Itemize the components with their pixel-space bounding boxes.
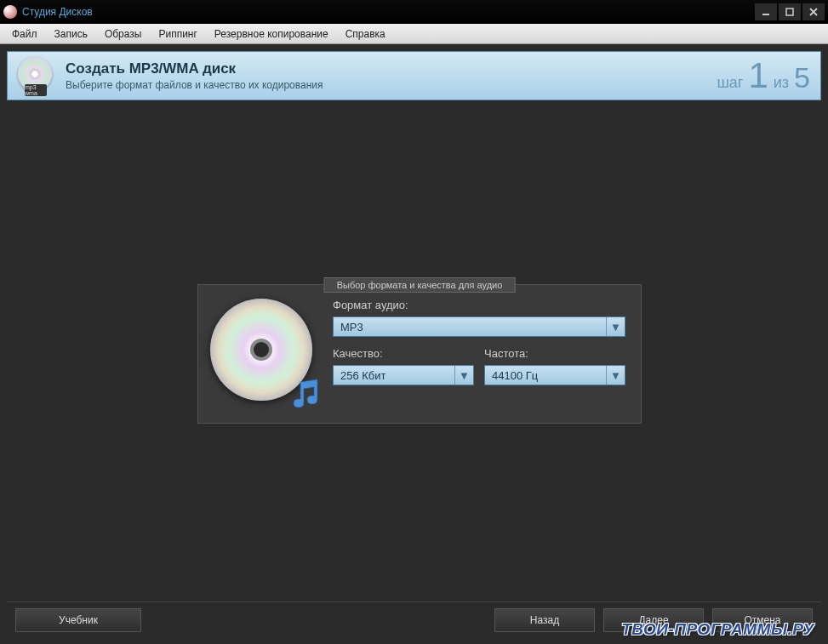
svg-rect-0 — [762, 14, 769, 15]
header-disc-icon: mp3 wma — [18, 57, 55, 94]
menu-images[interactable]: Образы — [96, 26, 151, 43]
back-button[interactable]: Назад — [494, 608, 595, 632]
step-current: 1 — [748, 58, 768, 94]
step-indicator: шаг 1 из 5 — [717, 58, 810, 94]
format-label: Формат аудио: — [333, 299, 625, 311]
chevron-down-icon: ▼ — [606, 366, 625, 385]
minimize-button[interactable] — [755, 3, 777, 20]
format-value: MP3 — [340, 321, 363, 333]
header-text-block: Создать MP3/WMA диск Выберите формат фай… — [66, 60, 717, 91]
tutorial-button[interactable]: Учебник — [15, 608, 141, 632]
frequency-dropdown[interactable]: 44100 Гц ▼ — [484, 365, 625, 385]
format-tag: mp3 wma — [25, 84, 47, 96]
page-subtitle: Выберите формат файлов и качество их код… — [66, 79, 717, 91]
content-area: mp3 wma Создать MP3/WMA диск Выберите фо… — [0, 44, 828, 644]
app-window: Студия Дисков Файл Запись Образы Риппинг… — [0, 0, 828, 644]
cancel-button[interactable]: Отмена — [712, 608, 813, 632]
chevron-down-icon: ▼ — [606, 317, 625, 336]
menu-help[interactable]: Справка — [337, 26, 394, 43]
step-of: из — [774, 74, 789, 92]
freq-label: Частота: — [484, 347, 625, 360]
step-total: 5 — [794, 63, 810, 92]
chevron-down-icon: ▼ — [454, 366, 473, 385]
main-area: Выбор формата и качества для аудио Форма… — [7, 100, 821, 601]
fields-column: Формат аудио: MP3 ▼ Качество: 256 Кбит ▼ — [333, 299, 625, 411]
svg-rect-1 — [786, 9, 793, 15]
minimize-icon — [762, 8, 770, 16]
audio-format-panel: Выбор формата и качества для аудио Форма… — [197, 284, 642, 424]
quality-label: Качество: — [333, 347, 474, 360]
close-button[interactable] — [802, 3, 825, 20]
window-controls — [753, 3, 825, 20]
quality-value: 256 Кбит — [340, 369, 386, 382]
quality-dropdown[interactable]: 256 Кбит ▼ — [333, 365, 474, 385]
app-icon — [3, 5, 17, 19]
maximize-icon — [785, 8, 794, 16]
wizard-header: mp3 wma Создать MP3/WMA диск Выберите фо… — [7, 51, 821, 100]
maximize-button[interactable] — [779, 3, 801, 20]
freq-value: 44100 Гц — [492, 369, 538, 382]
menu-backup[interactable]: Резервное копирование — [206, 26, 337, 43]
page-title: Создать MP3/WMA диск — [66, 60, 717, 77]
music-note-icon — [288, 377, 323, 411]
menu-record[interactable]: Запись — [46, 26, 96, 43]
window-title: Студия Дисков — [22, 6, 753, 18]
close-icon — [809, 8, 818, 16]
step-word: шаг — [717, 74, 743, 92]
disc-music-icon — [210, 299, 319, 407]
menubar: Файл Запись Образы Риппинг Резервное коп… — [0, 24, 828, 44]
menu-file[interactable]: Файл — [3, 26, 46, 43]
menu-ripping[interactable]: Риппинг — [150, 26, 205, 43]
wizard-footer: Учебник Назад Далее Отмена — [7, 601, 821, 637]
format-dropdown[interactable]: MP3 ▼ — [333, 316, 625, 337]
panel-legend: Выбор формата и качества для аудио — [324, 277, 516, 293]
next-button[interactable]: Далее — [603, 608, 704, 632]
titlebar: Студия Дисков — [0, 0, 828, 24]
